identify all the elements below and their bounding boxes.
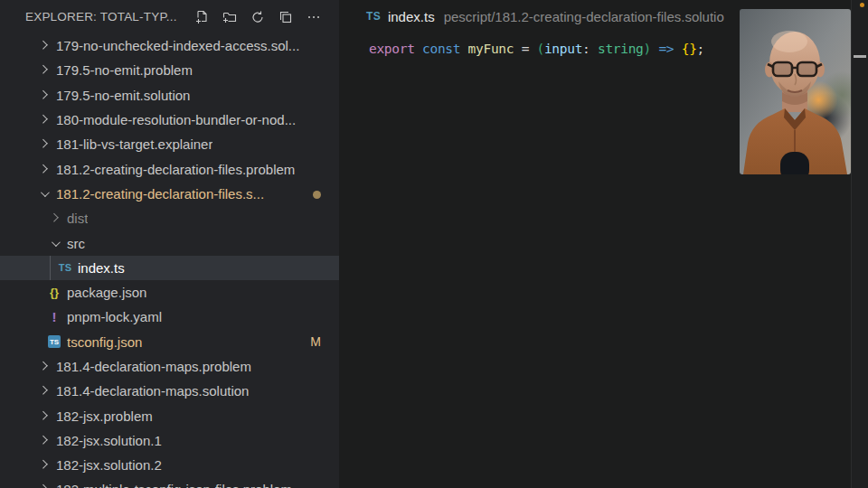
new-folder-button[interactable]	[219, 6, 241, 28]
chevron-right-icon	[38, 386, 47, 395]
chevron-right-icon	[38, 164, 47, 173]
folder-toggle	[34, 191, 52, 197]
tree-item-label: 181-lib-vs-target.explainer	[56, 136, 212, 152]
tree-item[interactable]: 179.5-no-emit.problem	[0, 58, 339, 82]
presenter-webcam	[740, 9, 851, 174]
explorer-header: EXPLORER: TOTAL-TYP...	[0, 0, 339, 33]
open-file-name: index.ts	[388, 9, 435, 24]
json-file-icon: {}	[50, 286, 59, 299]
file-icon-cell: !	[45, 309, 63, 324]
tree-item[interactable]: 182-jsx.solution.2	[0, 453, 339, 477]
folder-toggle	[34, 141, 52, 147]
new-file-icon	[194, 10, 209, 24]
editor-scrollbar[interactable]	[851, 0, 868, 488]
collapse-folders-button[interactable]	[275, 6, 297, 28]
folder-toggle	[34, 92, 52, 99]
chevron-right-icon	[38, 139, 47, 148]
chevron-down-icon	[40, 188, 49, 197]
folder-toggle	[45, 240, 63, 247]
git-modified-badge: M	[310, 334, 321, 349]
chevron-right-icon	[38, 436, 47, 445]
chevron-right-icon	[38, 115, 47, 124]
refresh-explorer-button[interactable]	[247, 6, 269, 28]
presenter-portrait	[740, 9, 851, 174]
chevron-right-icon	[38, 484, 47, 488]
code-token: myFunc	[468, 42, 522, 56]
code-token: (	[537, 42, 544, 56]
tree-item[interactable]: 179.5-no-emit.solution	[0, 83, 339, 108]
git-modified-dot-badge	[313, 186, 321, 202]
tree-item-label: src	[67, 236, 85, 251]
explorer-title: EXPLORER: TOTAL-TYP...	[25, 10, 177, 23]
tree-item[interactable]: 183-multiple-tsconfig-json-files.problem	[0, 477, 339, 488]
tree-item-label: 181.4-declaration-maps.problem	[56, 359, 251, 374]
folder-toggle	[34, 413, 52, 419]
recording-indicator-dot	[860, 3, 864, 7]
tree-item-label: pnpm-lock.yaml	[67, 309, 162, 324]
tree-item-label: 181.2-creating-declaration-files.s...	[56, 186, 264, 202]
tree-item[interactable]: 182-jsx.problem	[0, 403, 339, 427]
new-folder-icon	[222, 10, 237, 24]
explorer-sidebar: EXPLORER: TOTAL-TYP...	[0, 0, 339, 488]
tree-item-label: 183-multiple-tsconfig-json-files.problem	[56, 482, 292, 488]
tree-item[interactable]: 181.2-creating-declaration-files.s...	[0, 182, 339, 206]
tree-item[interactable]: 181.2-creating-declaration-files.problem	[0, 156, 339, 181]
explorer-actions	[191, 6, 325, 28]
ellipsis-icon	[307, 10, 321, 24]
folder-toggle	[34, 166, 52, 173]
tree-item-label: index.ts	[78, 260, 125, 276]
tree-item-label: 181.2-creating-declaration-files.problem	[56, 162, 295, 177]
folder-toggle	[34, 117, 52, 123]
tree-item[interactable]: 181.4-declaration-maps.problem	[0, 354, 339, 379]
tree-item[interactable]: 180-module-resolution-bundler-or-nod...	[0, 108, 339, 132]
tree-item-label: dist	[67, 211, 88, 226]
tree-item-label: tsconfig.json	[67, 334, 142, 350]
folder-toggle	[34, 462, 52, 468]
tree-item[interactable]: 182-jsx.solution.1	[0, 428, 339, 453]
tree-item[interactable]: src	[0, 230, 339, 255]
vscode-window: EXPLORER: TOTAL-TYP...	[0, 0, 868, 488]
folder-toggle	[34, 42, 52, 49]
tree-item[interactable]: 181-lib-vs-target.explainer	[0, 132, 339, 156]
tree-item[interactable]: {}package.json	[0, 280, 339, 305]
more-actions-button[interactable]	[303, 6, 325, 28]
chevron-down-icon	[51, 238, 60, 247]
open-file-path: pescript/181.2-creating-declaration-file…	[444, 9, 724, 24]
code-token: =>	[658, 42, 681, 56]
tree-item-label: 179.5-no-emit.problem	[56, 62, 193, 78]
folder-toggle	[45, 215, 63, 221]
tree-item[interactable]: TSindex.ts	[0, 256, 339, 280]
yaml-file-icon: !	[52, 309, 57, 324]
chevron-right-icon	[49, 213, 58, 222]
new-file-button[interactable]	[191, 6, 212, 28]
tree-item[interactable]: dist	[0, 206, 339, 230]
code-token: export	[369, 42, 422, 56]
tree-item-label: 182-jsx.solution.2	[56, 457, 162, 473]
refresh-icon	[250, 10, 265, 24]
chevron-right-icon	[38, 41, 47, 50]
tree-item[interactable]: 181.4-declaration-maps.solution	[0, 379, 339, 403]
folder-toggle	[34, 363, 52, 370]
editor-area: TS index.ts pescript/181.2-creating-decl…	[339, 0, 868, 488]
code-token: const	[422, 42, 468, 56]
code-token: input	[544, 42, 582, 56]
tree-item-label: 181.4-declaration-maps.solution	[56, 383, 249, 399]
typescript-file-icon: TS	[366, 10, 381, 23]
file-tree: 179-no-unchecked-indexed-access.sol...17…	[0, 33, 339, 488]
chevron-right-icon	[38, 460, 47, 469]
code-token: :	[582, 42, 598, 56]
scrollbar-cursor-marker	[854, 55, 866, 58]
typescript-file-icon: TS	[59, 262, 72, 273]
chevron-right-icon	[38, 65, 47, 74]
tree-item[interactable]: !pnpm-lock.yaml	[0, 305, 339, 329]
tree-item[interactable]: TStsconfig.jsonM	[0, 330, 339, 354]
tree-item[interactable]: 179-no-unchecked-indexed-access.sol...	[0, 33, 339, 58]
code-token: }	[689, 42, 696, 56]
folder-toggle	[34, 67, 52, 73]
tree-item-label: 179.5-no-emit.solution	[56, 88, 190, 103]
tree-item-label: 179-no-unchecked-indexed-access.sol...	[56, 38, 299, 53]
tree-item-label: 180-module-resolution-bundler-or-nod...	[56, 112, 296, 127]
code-token: =	[522, 42, 537, 56]
code-token: ;	[697, 42, 704, 56]
code-token: {	[682, 42, 689, 56]
